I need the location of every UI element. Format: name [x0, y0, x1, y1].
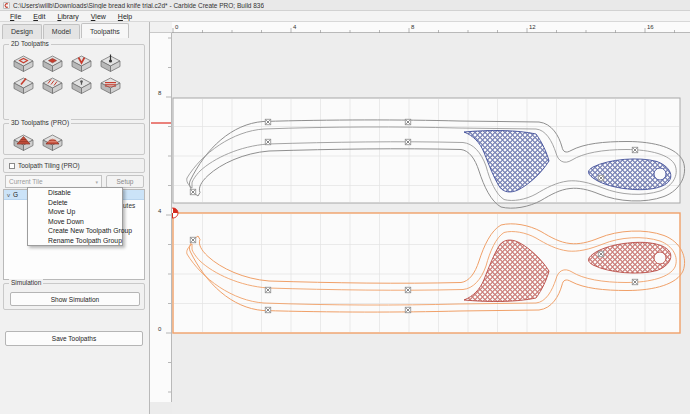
tab-toolpaths[interactable]: Toolpaths: [81, 23, 129, 38]
toolpath-icon-grid-2d: [9, 52, 141, 96]
show-simulation-button[interactable]: Show Simulation: [10, 292, 140, 306]
tab-marker[interactable]: [632, 147, 638, 153]
tab-design[interactable]: Design: [2, 24, 42, 39]
tab-marker[interactable]: [632, 279, 638, 285]
vertical-ruler: 840: [150, 33, 172, 402]
svg-text:12: 12: [529, 24, 536, 30]
app-window: C:\Users\willb\Downloads\Single bread kn…: [0, 0, 690, 414]
simulation-title: Simulation: [9, 279, 43, 286]
toolpath-group-label: G: [13, 191, 18, 198]
tab-marker[interactable]: [265, 119, 271, 125]
group-2d-toolpaths: 2D Toolpaths: [3, 44, 145, 120]
tab-marker[interactable]: [265, 139, 271, 145]
tab-marker[interactable]: [190, 189, 196, 195]
estimated-time-fragment: utes: [123, 202, 135, 209]
group-3d-title: 3D Toolpaths (PRO): [9, 119, 71, 126]
tiling-row: Toolpath Tiling (PRO): [9, 162, 80, 169]
keyhole-toolpath-icon[interactable]: [69, 75, 94, 95]
menu-help[interactable]: Help: [112, 12, 138, 21]
app-icon: [3, 2, 10, 9]
knife-bottom-lanyard-hole[interactable]: [654, 252, 666, 264]
chevron-expand-icon[interactable]: v: [7, 192, 10, 198]
save-toolpaths-label: Save Toolpaths: [52, 335, 96, 342]
engrave-toolpath-icon[interactable]: [11, 75, 36, 95]
drill-toolpath-icon[interactable]: [98, 53, 123, 73]
svg-text:8: 8: [158, 90, 162, 96]
title-bar: C:\Users\willb\Downloads\Single bread kn…: [0, 0, 690, 11]
tiling-checkbox[interactable]: [9, 163, 15, 169]
save-toolpaths-button[interactable]: Save Toolpaths: [5, 331, 143, 346]
group-toolpath-tiling: Toolpath Tiling (PRO): [3, 158, 145, 173]
origin-marker: [172, 208, 178, 218]
context-menu-item-move-down[interactable]: Move Down: [28, 217, 122, 227]
context-menu-item-disable[interactable]: Disable: [28, 188, 122, 198]
svg-text:0: 0: [158, 326, 162, 332]
vcarve-toolpath-icon[interactable]: [69, 53, 94, 73]
menu-file[interactable]: File: [4, 12, 27, 21]
tab-marker[interactable]: [265, 287, 271, 293]
menu-library[interactable]: Library: [51, 12, 84, 21]
knife-top-lanyard-hole[interactable]: [654, 168, 666, 180]
pocket-toolpath-icon[interactable]: [40, 53, 65, 73]
context-menu-item-move-up[interactable]: Move Up: [28, 207, 122, 217]
setup-button-label: Setup: [117, 178, 134, 185]
group-2d-title: 2D Toolpaths: [9, 40, 51, 47]
contour-toolpath-icon[interactable]: [11, 53, 36, 73]
rest-machining-toolpath-icon[interactable]: [98, 75, 123, 95]
tiling-label: Toolpath Tiling (PRO): [18, 162, 80, 169]
context-menu-item-delete[interactable]: Delete: [28, 198, 122, 208]
svg-text:8: 8: [411, 24, 415, 30]
context-menu-item-create-new-toolpath-group[interactable]: Create New Toolpath Group: [28, 226, 122, 236]
svg-text:16: 16: [647, 24, 654, 30]
horizontal-ruler: 0481216: [172, 22, 690, 33]
menu-view[interactable]: View: [85, 12, 112, 21]
design-canvas[interactable]: [172, 33, 690, 414]
stock-rect-bottom[interactable]: [173, 213, 680, 333]
tab-model[interactable]: Model: [43, 24, 80, 39]
context-menu: DisableDeleteMove UpMove DownCreate New …: [27, 187, 123, 246]
tab-marker[interactable]: [265, 307, 271, 313]
chevron-down-icon: ▾: [95, 179, 98, 185]
current-tile-value: Current Tile: [9, 178, 43, 185]
tab-strip: DesignModelToolpaths: [2, 24, 130, 39]
toolpath-icon-grid-3d: [9, 131, 141, 153]
tab-marker[interactable]: [405, 119, 411, 125]
group-simulation: Simulation Show Simulation: [3, 283, 145, 310]
tab-marker[interactable]: [190, 237, 196, 243]
menu-bar: FileEditLibraryViewHelp: [0, 11, 690, 22]
tab-marker[interactable]: [405, 287, 411, 293]
ruler-footer: [150, 402, 172, 414]
window-title: C:\Users\willb\Downloads\Single bread kn…: [13, 2, 264, 9]
texture-toolpath-icon[interactable]: [40, 75, 65, 95]
tab-marker[interactable]: [598, 251, 604, 257]
tab-marker[interactable]: [405, 139, 411, 145]
tab-marker[interactable]: [598, 175, 604, 181]
3d-rough-toolpath-icon[interactable]: [11, 132, 36, 152]
menu-edit[interactable]: Edit: [27, 12, 51, 21]
svg-text:0: 0: [175, 24, 179, 30]
context-menu-item-rename-toolpath-group[interactable]: Rename Toolpath Group: [28, 236, 122, 246]
group-3d-toolpaths: 3D Toolpaths (PRO): [3, 123, 145, 155]
3d-finish-toolpath-icon[interactable]: [40, 132, 65, 152]
svg-text:4: 4: [158, 208, 162, 214]
ruler-corner: [150, 22, 172, 33]
show-simulation-label: Show Simulation: [51, 296, 99, 303]
svg-text:4: 4: [293, 24, 297, 30]
tab-marker[interactable]: [405, 307, 411, 313]
